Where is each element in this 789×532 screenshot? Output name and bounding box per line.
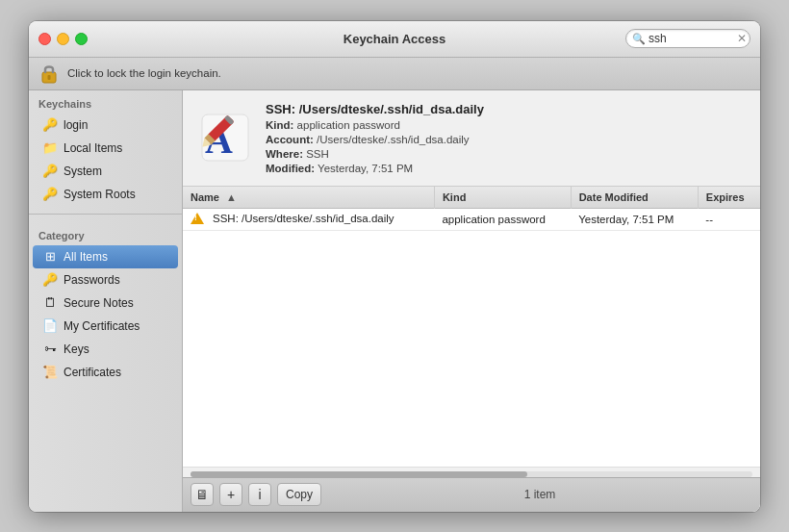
horizontal-scrollbar[interactable] bbox=[191, 471, 752, 477]
sidebar-item-system-roots[interactable]: 🔑 System Roots bbox=[33, 183, 178, 206]
search-clear-button[interactable]: ✕ bbox=[737, 32, 747, 45]
col-name-label: Name bbox=[191, 191, 219, 203]
search-icon: 🔍 bbox=[632, 33, 646, 45]
right-panel: A SSH: /Users/dteske/.ssh/id_dsa.daily bbox=[183, 90, 760, 512]
close-button[interactable] bbox=[38, 33, 51, 45]
sidebar-item-my-certificates[interactable]: 📄 My Certificates bbox=[33, 315, 178, 338]
col-name[interactable]: Name ▲ bbox=[183, 187, 434, 209]
detail-account-value: /Users/dteske/.ssh/id_dsa.daily bbox=[317, 134, 470, 145]
detail-kind-label: Kind: bbox=[266, 119, 293, 131]
detail-header: A SSH: /Users/dteske/.ssh/id_dsa.daily bbox=[183, 90, 760, 187]
window-title: Keychain Access bbox=[344, 32, 445, 46]
keychain-icon: 🔑 bbox=[42, 117, 58, 133]
passwords-icon: 🔑 bbox=[42, 272, 58, 288]
search-box: 🔍 ✕ bbox=[625, 29, 751, 48]
detail-kind-value: application password bbox=[297, 119, 400, 131]
title-bar: Keychain Access 🔍 ✕ bbox=[29, 21, 760, 58]
detail-account-label: Account: bbox=[266, 134, 314, 145]
add-button[interactable]: + bbox=[219, 483, 242, 506]
certificates-icon: 📜 bbox=[42, 365, 58, 380]
col-expires-label: Expires bbox=[706, 191, 745, 203]
table-container: Name ▲ Kind Date Modified Expires bbox=[183, 187, 760, 467]
sidebar-item-login-label: login bbox=[64, 118, 88, 132]
system-keychain-icon: 🔑 bbox=[42, 164, 58, 179]
sidebar-item-system-label: System bbox=[64, 165, 102, 178]
row-expires-cell: -- bbox=[698, 208, 760, 230]
col-date-modified-label: Date Modified bbox=[579, 191, 649, 203]
table-row[interactable]: SSH: /Users/dteske/.ssh/id_dsa.daily app… bbox=[183, 208, 760, 230]
table-header: Name ▲ Kind Date Modified Expires bbox=[183, 187, 760, 209]
main-content: Keychains 🔑 login 📁 Local Items 🔑 System… bbox=[29, 90, 760, 512]
traffic-lights bbox=[38, 33, 88, 45]
minimize-button[interactable] bbox=[57, 33, 69, 45]
detail-title: SSH: /Users/dteske/.ssh/id_dsa.daily bbox=[266, 102, 484, 116]
detail-account-row: Account: /Users/dteske/.ssh/id_dsa.daily bbox=[266, 134, 484, 145]
sidebar-item-secure-notes-label: Secure Notes bbox=[64, 296, 134, 310]
maximize-button[interactable] bbox=[75, 33, 88, 45]
sidebar-item-local-items[interactable]: 📁 Local Items bbox=[33, 137, 178, 160]
sidebar-item-all-items-label: All Items bbox=[64, 250, 108, 264]
scrollbar-thumb bbox=[191, 471, 527, 477]
lock-bar-text: Click to lock the login keychain. bbox=[67, 67, 221, 79]
lock-bar: Click to lock the login keychain. bbox=[29, 58, 760, 90]
sidebar-item-system[interactable]: 🔑 System bbox=[33, 160, 178, 183]
system-roots-icon: 🔑 bbox=[42, 187, 58, 202]
sidebar-divider bbox=[29, 214, 182, 215]
sidebar-item-system-roots-label: System Roots bbox=[64, 188, 136, 201]
items-table: Name ▲ Kind Date Modified Expires bbox=[183, 187, 760, 231]
col-date-modified[interactable]: Date Modified bbox=[571, 187, 698, 209]
row-name-content: SSH: /Users/dteske/.ssh/id_dsa.daily bbox=[191, 213, 394, 224]
keys-icon: 🗝 bbox=[42, 342, 58, 357]
row-name-cell: SSH: /Users/dteske/.ssh/id_dsa.daily bbox=[183, 208, 434, 230]
ssh-key-icon: A bbox=[200, 113, 250, 163]
row-name-label: SSH: /Users/dteske/.ssh/id_dsa.daily bbox=[213, 213, 394, 224]
scrollbar-area bbox=[183, 467, 760, 477]
copy-button[interactable]: Copy bbox=[277, 483, 321, 506]
detail-modified-value: Yesterday, 7:51 PM bbox=[318, 163, 413, 174]
col-kind-label: Kind bbox=[443, 191, 466, 203]
detail-where-row: Where: SSH bbox=[266, 148, 484, 160]
all-items-icon: ⊞ bbox=[42, 249, 58, 265]
detail-where-value: SSH bbox=[306, 148, 329, 160]
sidebar-item-keys-label: Keys bbox=[64, 342, 89, 356]
sidebar-item-login[interactable]: 🔑 login bbox=[33, 114, 178, 137]
row-kind-cell: application password bbox=[434, 208, 571, 230]
sidebar-item-keys[interactable]: 🗝 Keys bbox=[33, 338, 178, 361]
detail-info: SSH: /Users/dteske/.ssh/id_dsa.daily Kin… bbox=[266, 102, 484, 174]
sidebar: Keychains 🔑 login 📁 Local Items 🔑 System… bbox=[29, 90, 183, 512]
sidebar-item-passwords-label: Passwords bbox=[64, 273, 120, 287]
warning-icon bbox=[191, 213, 204, 224]
lock-svg bbox=[39, 63, 59, 84]
col-expires[interactable]: Expires bbox=[698, 187, 760, 209]
my-certificates-icon: 📄 bbox=[42, 318, 58, 334]
sidebar-item-secure-notes[interactable]: 🗒 Secure Notes bbox=[33, 291, 178, 315]
secure-notes-icon: 🗒 bbox=[42, 295, 58, 311]
sidebar-item-all-items[interactable]: ⊞ All Items bbox=[33, 245, 178, 268]
sidebar-item-local-items-label: Local Items bbox=[64, 141, 122, 155]
detail-modified-label: Modified: bbox=[266, 163, 315, 174]
main-window: Keychain Access 🔍 ✕ Click to lock the lo… bbox=[29, 21, 760, 512]
detail-where-label: Where: bbox=[266, 148, 303, 160]
screen-icon: 🖥 bbox=[195, 487, 209, 502]
sidebar-item-certificates-label: Certificates bbox=[64, 366, 121, 379]
category-header: Category bbox=[29, 222, 182, 245]
sidebar-item-certificates[interactable]: 📜 Certificates bbox=[33, 361, 178, 384]
info-button[interactable]: i bbox=[248, 483, 271, 506]
svg-rect-1 bbox=[48, 75, 51, 80]
row-date-modified-cell: Yesterday, 7:51 PM bbox=[571, 208, 698, 230]
search-input[interactable] bbox=[649, 32, 735, 45]
keychains-header: Keychains bbox=[29, 90, 182, 114]
detail-kind-row: Kind: application password bbox=[266, 119, 484, 131]
detail-icon: A bbox=[198, 111, 252, 165]
folder-icon: 📁 bbox=[42, 140, 58, 156]
table-body: SSH: /Users/dteske/.ssh/id_dsa.daily app… bbox=[183, 208, 760, 230]
status-text: 1 item bbox=[327, 488, 752, 501]
sort-arrow: ▲ bbox=[226, 191, 237, 203]
bottom-bar: 🖥 + i Copy 1 item bbox=[183, 477, 760, 512]
screen-capture-button[interactable]: 🖥 bbox=[191, 483, 214, 506]
lock-icon[interactable] bbox=[38, 63, 60, 84]
sidebar-item-my-certificates-label: My Certificates bbox=[64, 319, 140, 333]
detail-modified-row: Modified: Yesterday, 7:51 PM bbox=[266, 163, 484, 174]
col-kind[interactable]: Kind bbox=[434, 187, 571, 209]
sidebar-item-passwords[interactable]: 🔑 Passwords bbox=[33, 268, 178, 291]
